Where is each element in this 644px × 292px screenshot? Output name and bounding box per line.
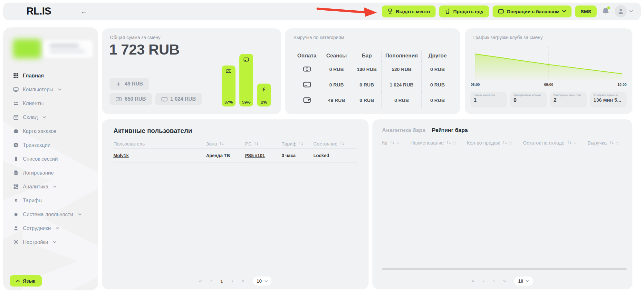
action-button-1[interactable]: Продать еду (439, 5, 489, 17)
sidebar-item-12[interactable]: Настройки (3, 235, 98, 249)
sort-icon[interactable]: ↑↓ (609, 141, 613, 145)
chevron-down-icon (58, 88, 62, 91)
category-value: 49 RUB (321, 92, 352, 108)
chevron-down-icon (53, 186, 57, 188)
sort-icon[interactable]: ↑↓ (389, 141, 394, 145)
user-menu[interactable] (615, 5, 633, 17)
star-icon (13, 212, 19, 217)
sort-icon[interactable]: ↑↓ (254, 142, 258, 146)
sidebar-item-3[interactable]: Склад (3, 110, 98, 124)
chevron-down-icon (56, 227, 59, 229)
cup-icon (445, 8, 450, 14)
sidebar-item-9[interactable]: $Тарифы (3, 194, 98, 207)
payment-method-card-icon (293, 77, 321, 92)
sort-icon[interactable]: ↑↓ (446, 141, 451, 145)
users-column-header: Зона↑↓ (206, 139, 245, 149)
sort-icon[interactable]: ↑↓ (298, 142, 303, 146)
page-first-button[interactable]: « (472, 278, 475, 284)
users-column-header: PC↑↓ (245, 139, 282, 149)
stat-label: Одноразовые игроки (514, 94, 543, 96)
box-icon (13, 115, 19, 120)
category-revenue-table: ОплатаСеансыБарПополненияДругое0 RUB130 … (293, 50, 453, 108)
page-size-select[interactable]: 10 (514, 277, 533, 286)
active-users-pagination: «‹1›»10 (102, 277, 369, 286)
burger-icon (13, 128, 19, 134)
action-button-0[interactable]: Выдать место (382, 5, 436, 17)
sidebar: ГлавнаяКомпьютерыКлиентыСкладКарта заказ… (3, 27, 98, 290)
filter-icon[interactable]: ▽ (509, 141, 512, 145)
sidebar-item-2[interactable]: Клиенты (3, 96, 98, 110)
page-last-button[interactable]: » (503, 278, 506, 284)
person-icon (13, 226, 19, 231)
sidebar-item-1[interactable]: Компьютеры (3, 83, 98, 96)
sidebar-item-11[interactable]: Сотрудники (3, 221, 98, 235)
sort-icon[interactable]: ↑↓ (567, 141, 571, 145)
page-size-value: 10 (518, 278, 523, 284)
filter-icon[interactable]: ▽ (616, 141, 619, 145)
page-next-button[interactable]: › (231, 278, 233, 284)
filter-icon[interactable]: ▽ (574, 141, 577, 145)
chip-value: 1 024 RUB (170, 96, 196, 102)
x-tick-label: 10:00 (618, 83, 627, 86)
page-next-button[interactable]: › (493, 278, 495, 284)
action-button-sms[interactable]: SMS (575, 5, 597, 17)
users-column-label: Тариф (282, 141, 296, 146)
pc-link[interactable]: PS5 #101 (245, 153, 265, 158)
sidebar-item-10[interactable]: Система лояльности (3, 207, 98, 221)
svg-text:$: $ (15, 144, 17, 147)
sort-icon[interactable]: ↑↓ (502, 141, 507, 145)
bar-column-label: Наименование (410, 140, 444, 146)
sidebar-item-7[interactable]: Логирование (3, 166, 98, 180)
page-first-button[interactable]: « (199, 278, 202, 284)
category-value: 520 RUB (382, 61, 422, 77)
club-logo-blurred (13, 39, 41, 58)
sidebar-item-8[interactable]: Аналитика (3, 180, 98, 194)
sidebar-item-4[interactable]: Карта заказов (3, 124, 98, 138)
category-revenue-card: Выручка по категориям ОплатаСеансыБарПоп… (285, 28, 460, 114)
language-button[interactable]: Язык (10, 275, 42, 287)
bar-table-header: №↑↓▽Наименование↑↓▽Кол-во продаж↑↓▽Остат… (382, 140, 619, 146)
tab-1[interactable]: Рейтинг бара (432, 127, 468, 134)
sidebar-item-0[interactable]: Главная (3, 69, 98, 83)
chair-icon (387, 8, 393, 14)
bar-column-label: Выручка (588, 140, 607, 146)
bonus-chip-row: 49 RUB (110, 78, 149, 90)
page-last-button[interactable]: » (242, 278, 245, 284)
user-link[interactable]: Molv1k (113, 153, 129, 158)
gear-icon (13, 239, 19, 245)
current-page: 1 (220, 279, 223, 284)
back-arrow-icon[interactable]: ← (81, 8, 88, 15)
bolt-icon (261, 86, 267, 92)
sidebar-item-label: Карта заказов (23, 128, 56, 134)
users-cell-pc: PS5 #101 (245, 149, 282, 163)
page-size-select[interactable]: 10 (253, 277, 272, 286)
category-value: 0 RUB (422, 92, 453, 108)
active-users-title: Активные пользователи (113, 127, 192, 135)
sort-icon[interactable]: ↑↓ (219, 142, 224, 146)
share-bar-percent: 59% (242, 100, 250, 105)
sidebar-item-5[interactable]: $Транзакции (3, 138, 98, 152)
action-button-2[interactable]: Операции с балансом (493, 5, 572, 17)
bell-icon[interactable] (601, 7, 610, 15)
top-bar: RL.IS ← Выдать местоПродать едуОперации … (3, 3, 641, 20)
users-column-header: Состояние↑↓ (313, 139, 357, 149)
tab-0[interactable]: Аналитика бара (382, 127, 426, 134)
filter-icon[interactable]: ▽ (453, 141, 456, 145)
monitor-icon (13, 87, 19, 92)
avatar[interactable] (615, 5, 627, 17)
card-icon (303, 81, 311, 88)
dollar-icon: $ (13, 198, 19, 203)
filter-icon[interactable]: ▽ (397, 141, 399, 145)
horizontal-scrollbar[interactable] (382, 268, 627, 270)
category-column-header: Пополнения (382, 50, 422, 61)
page-prev-button[interactable]: ‹ (483, 278, 485, 284)
chevron-down-icon (78, 213, 82, 216)
sidebar-item-6[interactable]: Список сессий (3, 152, 98, 166)
sort-icon[interactable]: ↑↓ (340, 142, 344, 146)
category-value: 0 RUB (321, 61, 352, 77)
summary-chip-1: 650 RUB (110, 93, 152, 105)
page-prev-button[interactable]: ‹ (210, 278, 212, 284)
active-users-table: ПользовательЗона↑↓PC↑↓Тариф↑↓Состояние↑↓… (113, 139, 357, 163)
sidebar-item-label: Склад (23, 115, 38, 120)
category-value: 1 024 RUB (382, 77, 422, 92)
